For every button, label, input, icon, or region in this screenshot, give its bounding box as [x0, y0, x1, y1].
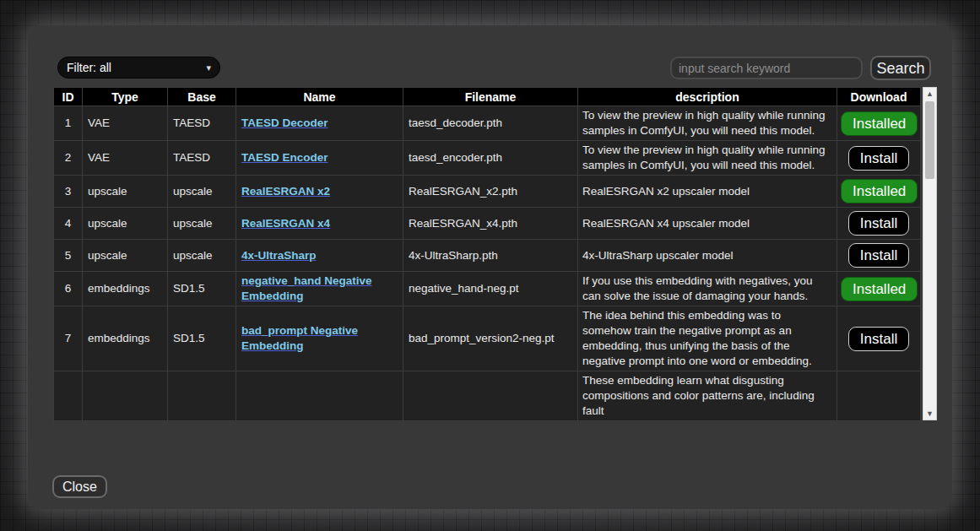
cell-type: VAE: [83, 141, 168, 176]
cell-type: VAE: [83, 106, 168, 141]
model-name-link[interactable]: TAESD Decoder: [241, 116, 328, 129]
col-header-base: Base: [168, 88, 236, 106]
install-button[interactable]: Install: [848, 211, 909, 236]
install-button[interactable]: Install: [848, 146, 909, 171]
model-table: ID Type Base Name Filename description D…: [53, 87, 920, 422]
cell-base: TAESD: [168, 106, 236, 141]
model-install-dialog: Filter: all ▾ Search ID Type Base Name F…: [28, 25, 952, 509]
table-scrollbar[interactable]: ▲ ▼: [923, 87, 937, 420]
cell-filename: taesd_decoder.pth: [403, 106, 578, 141]
cell-base: upscale: [168, 176, 236, 208]
cell-download: Install: [837, 306, 921, 371]
table-row: 2VAETAESDTAESD Encodertaesd_encoder.pthT…: [54, 141, 921, 176]
cell-base: upscale: [168, 208, 236, 240]
cell-id: 7: [54, 306, 83, 371]
cell-base: SD1.5: [168, 272, 236, 306]
model-name-link[interactable]: TAESD Encoder: [241, 151, 328, 164]
cell-type: embeddings: [83, 306, 168, 371]
cell-id: 6: [54, 272, 83, 306]
cell-base: TAESD: [168, 141, 236, 176]
cell-name: bad_prompt Negative Embedding: [236, 306, 403, 371]
cell-filename: RealESRGAN_x4.pth: [403, 208, 578, 240]
installed-button[interactable]: Installed: [841, 179, 918, 203]
col-header-type: Type: [83, 88, 168, 106]
col-header-description: description: [578, 88, 837, 106]
col-header-download: Download: [837, 88, 921, 106]
cell-type: upscale: [83, 176, 168, 208]
cell-description: These embedding learn what disgusting co…: [578, 371, 837, 421]
cell-name: RealESRGAN x2: [236, 176, 403, 208]
cell-filename: bad_prompt_version2-neg.pt: [403, 306, 578, 371]
model-name-link[interactable]: RealESRGAN x4: [241, 217, 330, 230]
cell-download: [837, 371, 921, 421]
table-row: These embedding learn what disgusting co…: [54, 371, 921, 421]
cell-description: To view the preview in high quality whil…: [578, 106, 837, 141]
filter-select[interactable]: Filter: all ▾: [57, 57, 220, 79]
cell-name: RealESRGAN x4: [236, 208, 403, 240]
install-button[interactable]: Install: [848, 243, 909, 268]
cell-base: [168, 371, 236, 421]
scroll-down-icon[interactable]: ▼: [923, 408, 936, 420]
chevron-down-icon: ▾: [206, 62, 211, 73]
cell-description: To view the preview in high quality whil…: [578, 141, 837, 176]
cell-id: 4: [54, 208, 83, 240]
cell-description: If you use this embedding with negatives…: [578, 272, 837, 306]
table-row: 7embeddingsSD1.5bad_prompt Negative Embe…: [54, 306, 921, 371]
cell-description: RealESRGAN x2 upscaler model: [578, 176, 837, 208]
cell-type: upscale: [83, 240, 168, 272]
cell-id: 2: [54, 141, 83, 176]
cell-base: SD1.5: [168, 306, 236, 371]
cell-name: TAESD Encoder: [236, 141, 403, 176]
table-row: 6embeddingsSD1.5negative_hand Negative E…: [54, 272, 921, 306]
cell-filename: [403, 371, 578, 421]
model-name-link[interactable]: RealESRGAN x2: [241, 185, 330, 198]
col-header-id: ID: [54, 88, 83, 106]
model-name-link[interactable]: bad_prompt Negative Embedding: [241, 324, 358, 352]
cell-id: 3: [54, 176, 83, 208]
cell-type: upscale: [83, 208, 168, 240]
cell-download: Install: [837, 240, 921, 272]
cell-type: embeddings: [83, 272, 168, 306]
installed-button[interactable]: Installed: [841, 277, 918, 301]
cell-download: Installed: [837, 272, 921, 306]
table-header: ID Type Base Name Filename description D…: [54, 88, 921, 106]
cell-base: upscale: [168, 240, 236, 272]
installed-button[interactable]: Installed: [841, 111, 918, 136]
cell-name: negative_hand Negative Embedding: [236, 272, 403, 306]
cell-download: Installed: [837, 106, 921, 141]
cell-description: 4x-UltraSharp upscaler model: [578, 240, 837, 272]
filter-select-value: Filter: all: [67, 61, 111, 74]
search-button[interactable]: Search: [870, 56, 931, 80]
table-row: 3upscaleupscaleRealESRGAN x2RealESRGAN_x…: [54, 176, 921, 208]
cell-download: Installed: [837, 176, 921, 208]
cell-name: 4x-UltraSharp: [236, 240, 403, 272]
install-button[interactable]: Install: [848, 327, 909, 351]
scroll-up-icon[interactable]: ▲: [923, 88, 936, 100]
table-row: 1VAETAESDTAESD Decodertaesd_decoder.pthT…: [54, 106, 921, 141]
close-button[interactable]: Close: [52, 475, 107, 498]
cell-filename: 4x-UltraSharp.pth: [403, 240, 578, 272]
model-table-body: 1VAETAESDTAESD Decodertaesd_decoder.pthT…: [54, 106, 921, 421]
cell-type: [83, 371, 168, 421]
table-row: 5upscaleupscale4x-UltraSharp4x-UltraShar…: [54, 240, 921, 272]
cell-filename: taesd_encoder.pth: [403, 141, 578, 176]
scrollbar-thumb[interactable]: [925, 101, 934, 179]
table-row: 4upscaleupscaleRealESRGAN x4RealESRGAN_x…: [54, 208, 921, 240]
cell-description: RealESRGAN x4 upscaler model: [578, 208, 837, 240]
cell-description: The idea behind this embedding was to so…: [578, 306, 837, 371]
model-name-link[interactable]: negative_hand Negative Embedding: [241, 274, 372, 302]
model-name-link[interactable]: 4x-UltraSharp: [241, 249, 317, 262]
cell-filename: negative_hand-neg.pt: [403, 272, 578, 306]
cell-download: Install: [837, 208, 921, 240]
cell-name: [236, 371, 403, 421]
cell-download: Install: [837, 141, 921, 176]
cell-id: [54, 371, 83, 421]
cell-filename: RealESRGAN_x2.pth: [403, 176, 578, 208]
cell-id: 5: [54, 240, 83, 272]
cell-name: TAESD Decoder: [236, 106, 403, 141]
cell-id: 1: [54, 106, 83, 141]
col-header-name: Name: [236, 88, 403, 106]
search-input[interactable]: [670, 57, 863, 79]
col-header-filename: Filename: [403, 88, 578, 106]
